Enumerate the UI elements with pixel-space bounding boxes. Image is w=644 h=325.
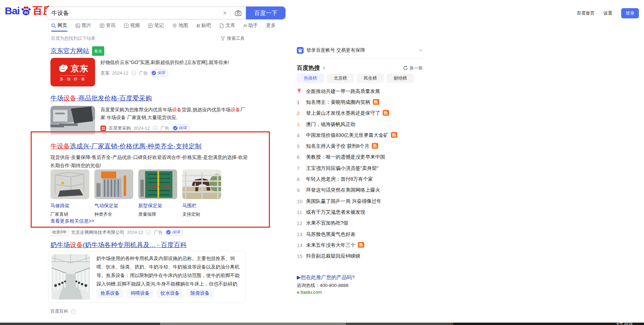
result-2-thumbnail[interactable]: [50, 106, 95, 136]
hot-tab-beijing[interactable]: 北京榜: [327, 74, 354, 83]
refresh-button[interactable]: 换一换: [403, 65, 423, 71]
hot-badge: 热: [372, 143, 378, 149]
hot-tab-trending[interactable]: 热搜榜: [297, 74, 324, 83]
ai-icon: Ai: [243, 23, 247, 28]
result-3-item-1[interactable]: 马修蹄架 厂家直销: [50, 169, 89, 217]
result-2-description: 百度爱采购为您推荐业内优质牛场设备货源,挑选业内优质牛场设备厂家.牛场设备 厂家…: [101, 106, 250, 121]
login-button[interactable]: 登录: [621, 8, 639, 18]
results-count-text: 百度为您找到以下结果: [51, 35, 95, 42]
tab-wenku[interactable]: 文库: [219, 22, 235, 29]
hot-item[interactable]: 5 知名主持人黄子佼 获刑8个月 热: [297, 141, 423, 151]
promote-product-link[interactable]: ▶想在此推广您的产品吗?: [297, 274, 355, 281]
tab-more[interactable]: 更多: [266, 22, 276, 29]
tab-images[interactable]: 图片: [75, 22, 91, 29]
hot-item[interactable]: 13 马苏脸色黑黄气色好差: [297, 229, 423, 240]
hot-item[interactable]: 4 中国发现价值830亿美元世界最大金矿 热: [297, 130, 423, 141]
chevron-down-icon[interactable]: [418, 48, 423, 53]
camera-icon[interactable]: [231, 10, 246, 16]
hot-tab-finance[interactable]: 财经榜: [387, 74, 414, 83]
result-3-item-3[interactable]: 新型保定架 质量保障: [138, 169, 177, 217]
tag-link[interactable]: 饲喂设备: [126, 289, 154, 298]
hot-item[interactable]: 3 澳门，镜海扬帆风正劲: [297, 119, 423, 130]
hot-item[interactable]: 11 或有千万艾滋患者未被发现: [297, 207, 423, 217]
link-settings[interactable]: 设置: [603, 10, 612, 16]
result-3-title-row: 牛设备选成兴-厂家直销-价格优惠-种类齐全-支持定制: [50, 142, 201, 150]
tab-assistant[interactable]: Ai 助手: [243, 22, 258, 29]
image-icon: [75, 23, 80, 28]
ad-label: 广告: [139, 70, 148, 76]
result-1-title-link[interactable]: 京东官方网站: [50, 47, 89, 54]
hot-item[interactable]: 12 水果不宜加热吃?假: [297, 218, 423, 229]
promo-url[interactable]: e.baidu.com: [297, 290, 322, 295]
protection-badge[interactable]: 保障: [165, 229, 183, 236]
hot-search-header: 百度热搜 换一换: [297, 64, 423, 72]
result-2-title-link[interactable]: 牛场设备-商品批发价格-百度爱采购: [50, 95, 152, 102]
tab-news[interactable]: 资讯: [99, 22, 116, 29]
hot-item[interactable]: 7 王宝强方回应骗小演员签“卖身契”: [297, 163, 423, 174]
search-submit-button[interactable]: 百度一下: [246, 6, 286, 19]
dropdown-circle-icon[interactable]: [71, 309, 76, 314]
tag-link[interactable]: 拴系设备: [96, 289, 124, 298]
hot-search-title[interactable]: 百度热搜: [297, 64, 320, 72]
clear-icon[interactable]: ×: [219, 9, 230, 17]
result-type-tabs: 网页 图片 资讯 视频 笔记 地图 贴 贴吧: [51, 22, 276, 29]
jd-logo-text: 京东: [71, 63, 89, 74]
result-4-source[interactable]: 百度百科: [50, 308, 68, 314]
result-2-source[interactable]: 百度爱采购: [109, 125, 131, 131]
hot-item[interactable]: 8 年轻人抢老房：首付8万有个家: [297, 174, 423, 184]
hot-search-list: 全面推动共建一带一路高质量发展 1 知名博主：黄晓明成圈内笑柄 热 2 登上黄山…: [297, 86, 423, 262]
check-icon: [152, 71, 156, 75]
see-more-link[interactable]: 查看更多相关信息>>: [50, 218, 94, 224]
tab-notes[interactable]: 笔记: [148, 22, 164, 29]
result-4-title-link[interactable]: 奶牛场设备(奶牛场各种专用机具及... - 百度百科: [50, 241, 187, 248]
link-baidu-home[interactable]: 百度首页: [577, 10, 595, 16]
result-3-date: 2024-12: [127, 230, 143, 235]
video-icon: [124, 23, 129, 28]
result-3-item-4[interactable]: 马围栏 支持定制: [182, 169, 221, 217]
result-3-item-2[interactable]: 气动保定架 种类齐全: [94, 169, 133, 217]
top-arrow-icon: [297, 88, 302, 93]
hot-item[interactable]: 14 未来五年没有大年三十 热: [297, 240, 423, 250]
right-column-divider: [297, 58, 423, 59]
chevron-right-icon: [322, 66, 326, 70]
login-guarantee-banner[interactable]: 登录百度帐号 交易更有保障: [297, 47, 423, 54]
hot-tab-livelihood[interactable]: 民生榜: [357, 74, 384, 83]
milking-parlor-image: [51, 254, 90, 299]
protection-badge[interactable]: 保障: [151, 69, 168, 77]
hot-item-top[interactable]: 全面推动共建一带一路高质量发展: [297, 86, 423, 97]
search-box[interactable]: ×: [46, 6, 246, 19]
hot-item[interactable]: 1 知名博主：黄晓明成圈内笑柄 热: [297, 97, 423, 108]
search-tools-button[interactable]: 搜索工具: [220, 35, 245, 42]
hot-item[interactable]: 2 登上黄山才发现水墨画还是保守了 热: [297, 108, 423, 119]
result-4-title-row: 奶牛场设备(奶牛场各种专用机具及... - 百度百科: [50, 241, 187, 249]
result-1-thumbnail[interactable]: 京东 多·快·好·省: [50, 58, 95, 86]
result-3-source[interactable]: 北京企腾网络技术有限公司: [71, 229, 124, 235]
tab-web[interactable]: 网页: [51, 22, 67, 29]
result-1-title-row: 京东官方网站名企: [50, 46, 104, 56]
tab-videos[interactable]: 视频: [124, 22, 140, 29]
dropdown-circle-icon[interactable]: [153, 126, 158, 131]
result-3-title-link[interactable]: 牛设备选成兴-厂家直销-价格优惠-种类齐全-支持定制: [50, 143, 201, 150]
result-2-body: 百度爱采购为您推荐业内优质牛场设备货源,挑选业内优质牛场设备厂家.牛场设备 厂家…: [101, 106, 250, 132]
baidu-paw-icon: du: [20, 5, 32, 17]
baidu-logo[interactable]: Bai du 百度: [5, 4, 53, 18]
tab-tieba[interactable]: 贴 贴吧: [196, 22, 211, 29]
result-4-thumbnail[interactable]: [51, 254, 90, 301]
aicaigou-logo-icon: [101, 126, 106, 131]
search-input[interactable]: [47, 10, 219, 16]
hot-item[interactable]: 10 美国队赢了国乒一局 兴奋得像过年: [297, 196, 423, 207]
tag-link[interactable]: 饮水设备: [156, 289, 184, 298]
hot-item[interactable]: 15 抖音副总裁疑回应钟睒睒: [297, 250, 423, 261]
result-1-source[interactable]: 京东: [101, 70, 109, 76]
dropdown-circle-icon[interactable]: [146, 230, 151, 235]
dropdown-circle-icon[interactable]: [131, 70, 136, 76]
tab-maps[interactable]: 地图: [172, 22, 188, 29]
hot-search-tabs: 热搜榜 北京榜 民生榜 财经榜: [297, 74, 414, 83]
taskbar-strip: 天气 23:16: [0, 323, 644, 325]
hot-item[interactable]: 9 拜登这句话突然在美国网络上爆火: [297, 185, 423, 196]
workshop-photo-image: [50, 106, 95, 134]
search-icon: [51, 23, 56, 28]
protection-badge[interactable]: 保障: [172, 125, 189, 132]
hot-item[interactable]: 6 美教授：唯一的遗憾是没更早来中国: [297, 152, 423, 163]
tag-link[interactable]: 除粪设备: [186, 289, 214, 298]
